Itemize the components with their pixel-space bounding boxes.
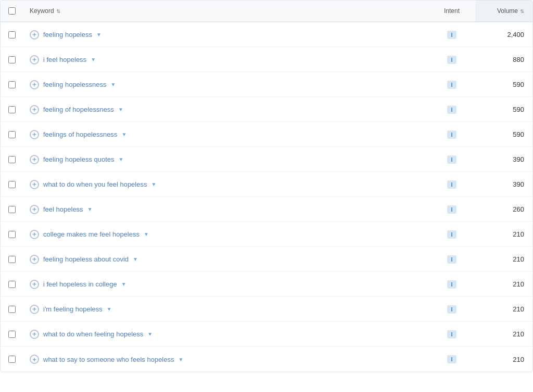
keyword-cell: + feeling of hopelessness ▼ [23,105,428,114]
volume-header-cell[interactable]: Volume ⇅ [475,1,532,21]
add-keyword-icon[interactable]: + [30,55,39,64]
table-body: + feeling hopeless ▼ I 2,400 + i feel ho… [1,22,532,372]
volume-sort-icon[interactable]: ⇅ [520,8,524,14]
row-checkbox-cell[interactable] [1,181,23,188]
add-keyword-icon[interactable]: + [30,130,39,139]
intent-header-cell: Intent [428,7,475,15]
intent-cell: I [428,205,475,214]
keyword-link[interactable]: feelings of hopelessness [43,130,117,138]
intent-cell: I [428,106,475,114]
row-checkbox[interactable] [8,181,16,188]
row-checkbox-cell[interactable] [1,156,23,163]
add-keyword-icon[interactable]: + [30,205,39,214]
add-keyword-icon[interactable]: + [30,30,39,40]
keyword-dropdown-icon[interactable]: ▼ [178,357,183,362]
add-keyword-icon[interactable]: + [30,305,39,314]
add-keyword-icon[interactable]: + [30,180,39,189]
keyword-dropdown-icon[interactable]: ▼ [118,107,123,112]
header-checkbox-cell[interactable] [1,7,23,15]
row-checkbox[interactable] [8,331,16,338]
row-checkbox[interactable] [8,256,16,263]
row-checkbox-cell[interactable] [1,131,23,138]
add-keyword-icon[interactable]: + [30,255,39,264]
keyword-column-label: Keyword ⇅ [30,7,60,15]
keyword-link[interactable]: what to do when feeling hopeless [43,330,143,338]
keyword-link[interactable]: i feel hopeless in college [43,280,117,288]
intent-cell: I [428,180,475,189]
row-checkbox-cell[interactable] [1,231,23,238]
row-checkbox[interactable] [8,81,16,88]
add-keyword-icon[interactable]: + [30,105,39,114]
row-checkbox-cell[interactable] [1,31,23,38]
keyword-dropdown-icon[interactable]: ▼ [87,206,93,212]
intent-badge: I [447,355,456,363]
volume-cell: 210 [475,330,532,338]
keyword-link[interactable]: feel hopeless [43,205,83,213]
row-checkbox[interactable] [8,156,16,163]
row-checkbox[interactable] [8,306,16,313]
keyword-header-cell: Keyword ⇅ [23,7,428,15]
keyword-dropdown-icon[interactable]: ▼ [133,256,138,262]
table-row: + college makes me feel hopeless ▼ I 210 [1,222,532,247]
row-checkbox-cell[interactable] [1,306,23,313]
keyword-link[interactable]: what to do when you feel hopeless [43,180,147,188]
volume-cell: 210 [475,255,532,263]
row-checkbox-cell[interactable] [1,206,23,213]
add-keyword-icon[interactable]: + [30,280,39,289]
keyword-link[interactable]: i feel hopeless [43,56,86,63]
table-row: + feeling hopelessness ▼ I 590 [1,72,532,97]
add-keyword-icon[interactable]: + [30,230,39,239]
keyword-dropdown-icon[interactable]: ▼ [91,57,96,62]
row-checkbox[interactable] [8,31,16,38]
keyword-dropdown-icon[interactable]: ▼ [121,281,126,287]
row-checkbox[interactable] [8,106,16,113]
keyword-dropdown-icon[interactable]: ▼ [121,132,126,137]
row-checkbox-cell[interactable] [1,281,23,288]
row-checkbox-cell[interactable] [1,356,23,363]
row-checkbox-cell[interactable] [1,331,23,338]
row-checkbox-cell[interactable] [1,256,23,263]
add-keyword-icon[interactable]: + [30,355,39,364]
keyword-cell: + feeling hopeless ▼ [23,30,428,40]
keyword-dropdown-icon[interactable]: ▼ [110,82,116,87]
intent-cell: I [428,280,475,289]
keyword-link[interactable]: feeling hopeless about covid [43,255,129,263]
row-checkbox[interactable] [8,206,16,213]
row-checkbox[interactable] [8,281,16,288]
row-checkbox[interactable] [8,131,16,138]
keyword-link[interactable]: feeling hopeless [43,31,92,38]
keyword-cell: + feel hopeless ▼ [23,205,428,214]
table-header: Keyword ⇅ Intent Volume ⇅ [1,1,532,22]
row-checkbox[interactable] [8,231,16,238]
keyword-link[interactable]: what to say to someone who feels hopeles… [43,356,174,363]
keyword-sort-icon[interactable]: ⇅ [56,8,60,14]
keyword-dropdown-icon[interactable]: ▼ [151,181,156,187]
volume-column-label: Volume ⇅ [497,7,524,15]
row-checkbox-cell[interactable] [1,81,23,88]
select-all-checkbox[interactable] [8,7,16,15]
keyword-dropdown-icon[interactable]: ▼ [96,32,101,37]
keyword-link[interactable]: feeling of hopelessness [43,106,114,113]
keyword-link[interactable]: feeling hopelessness [43,81,106,88]
keyword-link[interactable]: i'm feeling hopeless [43,305,103,313]
keyword-dropdown-icon[interactable]: ▼ [107,306,112,312]
volume-cell: 210 [475,356,532,363]
row-checkbox[interactable] [8,356,16,363]
keyword-dropdown-icon[interactable]: ▼ [144,231,149,237]
add-keyword-icon[interactable]: + [30,330,39,339]
add-keyword-icon[interactable]: + [30,155,39,164]
row-checkbox-cell[interactable] [1,106,23,113]
add-keyword-icon[interactable]: + [30,80,39,89]
intent-badge: I [447,255,456,264]
keyword-dropdown-icon[interactable]: ▼ [119,156,124,162]
table-row: + what to say to someone who feels hopel… [1,347,532,372]
row-checkbox-cell[interactable] [1,56,23,63]
keyword-dropdown-icon[interactable]: ▼ [147,331,153,337]
intent-badge: I [447,155,456,164]
keyword-link[interactable]: feeling hopeless quotes [43,155,115,163]
keyword-cell: + feeling hopelessness ▼ [23,80,428,89]
keyword-link[interactable]: college makes me feel hopeless [43,230,139,238]
intent-cell: I [428,31,475,39]
volume-cell: 590 [475,130,532,138]
row-checkbox[interactable] [8,56,16,63]
